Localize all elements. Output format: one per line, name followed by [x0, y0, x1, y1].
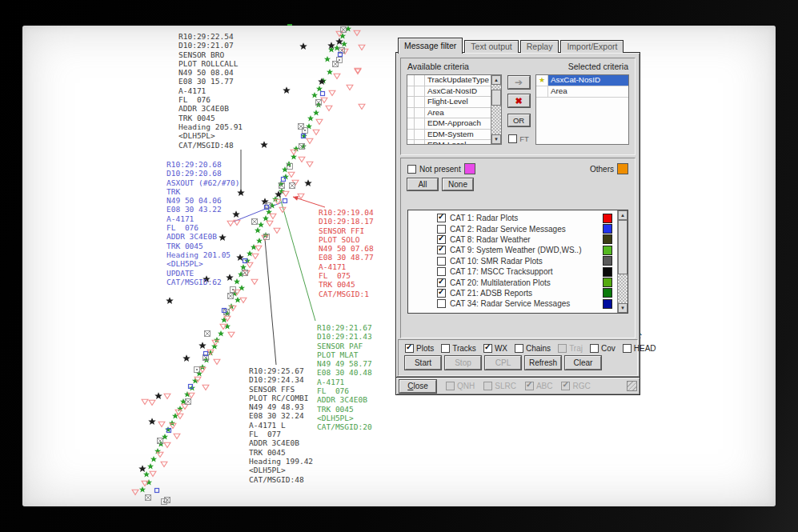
category-checkbox[interactable] — [437, 257, 446, 266]
plot-annotation-rollcall-black: R10:29:22.54 D10:29:21.07 SENSOR BRO PLO… — [178, 32, 243, 150]
selected-criteria-item[interactable]: ★AsxCat-NosID — [536, 75, 628, 86]
category-row[interactable]: CAT 17: MSCC Tracksupport — [408, 266, 617, 277]
criteria-item-label: AsxCat-NosID — [548, 75, 628, 86]
category-checkbox[interactable] — [437, 225, 446, 234]
toggle-checkbox[interactable] — [558, 344, 567, 353]
category-list: CAT 1: Radar PlotsCAT 2: Radar Service M… — [408, 210, 617, 313]
toggle-head[interactable]: HEAD — [623, 344, 656, 353]
bottom-toggle-checkbox[interactable] — [561, 382, 570, 390]
available-criteria-item[interactable]: AsxCat-NosID — [407, 86, 491, 98]
bottom-toggle-checkbox[interactable] — [446, 382, 455, 390]
category-checkbox[interactable] — [437, 278, 446, 287]
cpl-button[interactable]: CPL — [485, 356, 521, 370]
scroll-up-button[interactable]: ▲ — [618, 210, 628, 220]
not-present-checkbox[interactable]: Not present — [407, 165, 461, 174]
category-row[interactable]: CAT 34: Radar Service Messages — [408, 298, 617, 309]
clear-button[interactable]: Clear — [565, 356, 601, 370]
bottom-toggle-checkbox[interactable] — [525, 382, 534, 390]
ft-checkbox-box[interactable] — [508, 134, 517, 143]
not-present-checkbox-box[interactable] — [407, 165, 416, 174]
category-row[interactable]: CAT 2: Radar Service Messages — [408, 223, 617, 234]
others-color-swatch — [617, 163, 628, 174]
bottom-toggle-checkbox[interactable] — [483, 382, 492, 390]
selected-criteria-item[interactable]: Area — [536, 86, 628, 98]
available-criteria-list: TrackUpdateTypeAsxCat-NosIDFlight-LevelA… — [407, 75, 491, 144]
remove-criteria-button[interactable]: ✖ — [508, 94, 530, 107]
bottom-toggle-abc[interactable]: ABC — [525, 382, 553, 390]
category-color-swatch — [603, 299, 612, 309]
toggle-traj[interactable]: Traj — [558, 344, 583, 353]
category-row[interactable]: CAT 20: Multilateration Plots — [408, 277, 617, 287]
toggle-wx[interactable]: WX — [483, 344, 507, 353]
tab-replay[interactable]: Replay — [520, 40, 559, 53]
scroll-up-icon: ▲ — [494, 78, 499, 82]
tab-message-filter[interactable]: Message filter — [398, 38, 463, 54]
category-row[interactable]: CAT 1: Radar Plots — [408, 213, 617, 223]
available-criteria-item[interactable]: TrackUpdateType — [407, 75, 491, 86]
toggle-checkbox[interactable] — [590, 344, 599, 353]
filter-dialog: Message filterText outputReplayImport/Ex… — [395, 38, 640, 395]
scrollbar-thumb[interactable] — [491, 90, 501, 106]
category-checkbox[interactable] — [437, 246, 446, 254]
scroll-down-button[interactable]: ▼ — [618, 303, 628, 313]
available-criteria-item[interactable]: EDM-Local — [407, 140, 491, 144]
resize-grip[interactable] — [627, 381, 637, 391]
criteria-section: Available criteria Selected criteria Tra… — [400, 58, 636, 155]
available-criteria-item[interactable]: Area — [407, 108, 491, 119]
scroll-down-button[interactable]: ▼ — [491, 134, 501, 144]
scroll-up-button[interactable]: ▲ — [491, 75, 501, 85]
available-criteria-item[interactable]: EDM-Approach — [407, 118, 491, 130]
toggle-tracks[interactable]: Tracks — [441, 344, 476, 353]
none-button[interactable]: None — [443, 178, 473, 190]
message-filter-panel: Available criteria Selected criteria Tra… — [395, 52, 640, 378]
available-criteria-item[interactable]: Flight-Level — [407, 97, 491, 108]
right-arrow-icon: ➔ — [515, 78, 523, 86]
scrollbar-track[interactable] — [491, 106, 501, 134]
bottom-toggle-rgc[interactable]: RGC — [561, 382, 590, 390]
category-label: CAT 17: MSCC Tracksupport — [450, 267, 599, 276]
scrollbar-thumb[interactable] — [618, 220, 628, 274]
or-button[interactable]: OR — [508, 114, 530, 126]
toggle-checkbox[interactable] — [405, 344, 414, 353]
stop-button[interactable]: Stop — [445, 356, 481, 370]
toggle-cov[interactable]: Cov — [590, 344, 616, 353]
close-button[interactable]: Close — [399, 380, 436, 393]
category-checkbox[interactable] — [437, 289, 446, 298]
add-criteria-button[interactable]: ➔ — [508, 76, 530, 89]
available-list-scrollbar[interactable]: ▲ ▼ — [491, 75, 501, 144]
scrollbar-track[interactable] — [618, 274, 628, 303]
category-row[interactable]: CAT 21: ADSB Reports — [408, 288, 617, 298]
criteria-flag-cell — [407, 97, 415, 107]
start-button[interactable]: Start — [405, 356, 441, 370]
bottom-toggle-slrc[interactable]: SLRC — [483, 382, 516, 390]
tab-import-export[interactable]: Import/Export — [560, 40, 624, 53]
toggle-checkbox[interactable] — [623, 344, 632, 353]
toggle-checkbox[interactable] — [483, 344, 492, 353]
toggle-checkbox[interactable] — [441, 344, 450, 353]
available-criteria-item[interactable]: EDM-System — [407, 130, 491, 141]
category-label: CAT 2: Radar Service Messages — [450, 225, 599, 234]
ft-checkbox[interactable]: FT — [508, 134, 529, 143]
refresh-button[interactable]: Refresh — [525, 356, 561, 370]
category-checkbox[interactable] — [437, 267, 446, 276]
category-row[interactable]: CAT 8: Radar Weather — [408, 234, 617, 245]
criteria-flag-cell — [415, 118, 425, 129]
tab-text-output[interactable]: Text output — [464, 40, 518, 53]
criteria-flag-cell — [407, 75, 415, 86]
toggle-chains[interactable]: Chains — [515, 344, 551, 353]
toggle-plots[interactable]: Plots — [405, 344, 434, 353]
criteria-item-label: AsxCat-NosID — [425, 86, 491, 97]
category-row[interactable]: CAT 10: SMR Radar Plots — [408, 256, 617, 266]
toggle-checkbox[interactable] — [515, 344, 523, 353]
bottom-toggle-label: QNH — [457, 382, 475, 390]
criteria-flag-cell — [415, 97, 425, 107]
category-list-scrollbar[interactable]: ▲ ▼ — [617, 210, 628, 313]
category-checkbox[interactable] — [437, 214, 446, 222]
scroll-down-icon: ▼ — [620, 306, 625, 310]
all-button[interactable]: All — [407, 178, 438, 190]
category-checkbox[interactable] — [437, 299, 446, 308]
category-row[interactable]: CAT 9: System Weather (DWD,WS..) — [408, 245, 617, 255]
action-button-row: StartStopCPLRefreshClear — [399, 353, 637, 370]
category-checkbox[interactable] — [437, 235, 446, 244]
bottom-toggle-qnh[interactable]: QNH — [446, 382, 475, 390]
